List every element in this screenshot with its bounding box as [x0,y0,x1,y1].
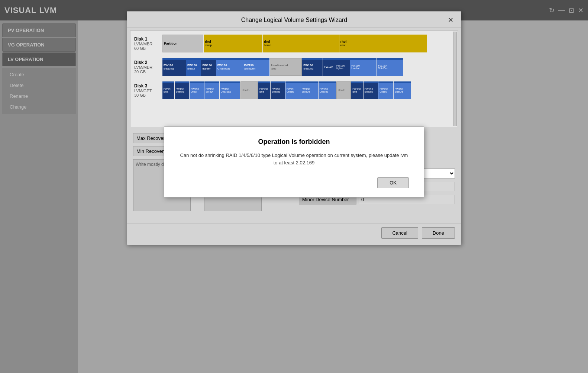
disk-2-part-6[interactable]: FW190 Beaufig [302,58,323,76]
wizard-footer: Cancel Done [127,223,461,245]
disk-3-part-14[interactable]: FW190 ShinDe [394,81,411,99]
disk-3-part-8[interactable]: FW19 Unallc [285,81,300,99]
disk-3-part-13[interactable]: FW190 Unallc [378,81,393,99]
disk-2-label: Disk 2 LVM/MBR 20 GB [133,59,162,75]
error-ok-button[interactable]: OK [377,177,409,188]
disk-3-part-1[interactable]: FW19 Bea [162,81,174,99]
disk-viz-scrollbar[interactable] [453,32,457,126]
disk-1-label: Disk 1 LVM/MBR 60 GB [133,36,162,51]
disk-2-part-7[interactable]: FW190 [323,58,335,76]
disk-1-part-partition[interactable]: Partition [162,35,203,52]
error-footer: OK [179,177,409,188]
disk-2-part-unalloc[interactable]: Unallocated Sec [270,58,302,76]
error-dialog: Operation is forbidden Can not do shrink… [164,126,424,197]
disk-2-part-5[interactable]: FW190 ShinDen [243,58,269,76]
disk-3-label: Disk 3 LVM/GPT 30 GB [133,83,162,98]
disk-viz-area: Disk 1 LVM/MBR 60 GB Partition rhel swap… [130,30,458,127]
disk-2-part-8[interactable]: FW190 fighter [335,58,350,76]
disk-3-type: LVM/GPT [134,89,161,93]
disk-3-part-12[interactable]: FW190 Beaufic [364,81,378,99]
done-button[interactable]: Done [422,227,455,239]
error-title: Operation is forbidden [179,138,409,146]
disk-1-type: LVM/MBR [134,42,161,46]
wizard-title: Change Logical Volume Settings Wizard [142,17,446,23]
disk-2-parts: FW190 Beaufig FW190 Beauf FW190 fighter … [162,58,455,76]
disk-3-part-4[interactable]: FW190 ShinD [204,81,219,99]
disk-3-part-3[interactable]: FW190 Unall [190,81,204,99]
disk-1-part-root[interactable]: rhel root [339,35,427,52]
disk-2-type: LVM/MBR [134,65,161,70]
error-message: Can not do shrinking RAID 1/4/5/6/10 typ… [179,152,409,166]
disk-row-2: Disk 2 LVM/MBR 20 GB FW190 Beaufig FW190… [133,57,455,77]
disk-2-name: Disk 2 [134,60,161,65]
disk-2-part-9[interactable]: FW190 Unalloc [350,58,377,76]
disk-2-part-2[interactable]: FW190 Beauf [186,58,201,76]
cancel-button[interactable]: Cancel [381,227,418,239]
disk-3-part-5[interactable]: FW190 Unalloca [220,81,240,99]
disk-1-part-swap[interactable]: rhel swap [204,35,262,52]
disk-3-size: 30 GB [134,93,161,97]
disk-3-parts: FW19 Bea FW190 Beaufic FW190 Unall FW190… [162,81,455,99]
disk-2-part-3[interactable]: FW190 fighter [201,58,216,76]
disk-2-part-10[interactable]: FW190 ShinDen [377,58,403,76]
disk-2-size: 20 GB [134,70,161,74]
disk-3-part-unalloc1[interactable]: Unallo [240,81,258,99]
disk-3-part-10[interactable]: FW190 Unalloc [319,81,336,99]
disk-3-part-11[interactable]: FW190 Bea [351,81,363,99]
disk-3-part-2[interactable]: FW190 Beaufic [175,81,189,99]
disk-3-part-unalloc2[interactable]: Unallo [336,81,351,99]
disk-row-1: Disk 1 LVM/MBR 60 GB Partition rhel swap… [133,33,455,54]
disk-1-size: 60 GB [134,46,161,51]
disk-2-part-4[interactable]: FW190 Unallocat [216,58,243,76]
disk-1-parts: Partition rhel swap rhel home rhel root [162,35,455,52]
disk-3-part-6[interactable]: FW190 Bea [258,81,270,99]
disk-3-part-9[interactable]: FW190 ShinDe [300,81,318,99]
wizard-close-button[interactable]: ✕ [446,16,455,24]
wizard-title-bar: Change Logical Volume Settings Wizard ✕ [127,12,461,28]
disk-1-name: Disk 1 [134,36,161,42]
disk-3-part-7[interactable]: FW190 Beaufic [271,81,285,99]
disk-3-name: Disk 3 [134,83,161,89]
disk-1-part-home[interactable]: rhel home [263,35,339,52]
disk-row-3: Disk 3 LVM/GPT 30 GB FW19 Bea FW190 Beau… [133,80,455,100]
disk-2-part-1[interactable]: FW190 Beaufig [162,58,186,76]
